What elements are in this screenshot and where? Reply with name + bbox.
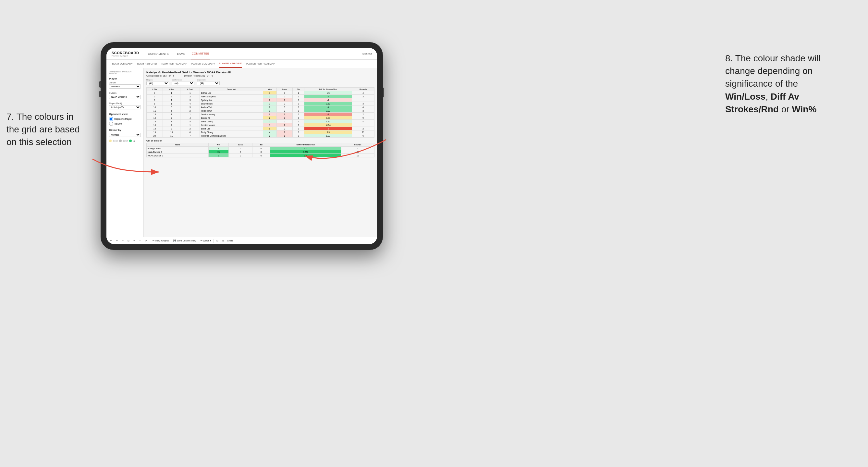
undo2-btn[interactable]: ↩ [115, 239, 119, 242]
cell-diff: -5 [304, 127, 352, 130]
redo-btn[interactable]: ↪ [121, 239, 125, 242]
cell-conf: 1 [180, 113, 200, 116]
cell-div: 15 [147, 120, 163, 123]
cell-div: 6 [147, 98, 163, 102]
nav-committee[interactable]: COMMITTEE [191, 48, 210, 59]
cell-opponent: Jessica Mason [200, 123, 263, 127]
sub-nav: TEAM SUMMARY TEAM H2H GRID TEAM H2H HEAT… [106, 60, 377, 68]
save-custom-view-btn[interactable]: 💾 Save Custom View [173, 240, 196, 242]
cut-btn[interactable]: ✂ [132, 239, 136, 242]
cell-loss: 1 [276, 98, 292, 102]
logo-text: SCOREBOARD [112, 51, 139, 55]
cell-tie: 0 [292, 109, 304, 113]
cell-win: 2 [263, 116, 276, 120]
cell-rounds: 2 [352, 127, 374, 130]
cell-div: 16 [147, 123, 163, 127]
grid-btn[interactable]: ⊞ [221, 239, 225, 242]
cell-tie: 0 [252, 154, 270, 157]
table-row: 10 6 3 Andrea York 2 0 0 4 4 [147, 105, 374, 109]
cell-loss: 0 [229, 154, 252, 157]
last-updated: Last Updated: 27/03/2024 16:55:38 [109, 71, 141, 75]
table-row: 3 1 1 Esther Lee 1 0 1 1.5 4 [147, 91, 374, 95]
sub-nav-team-summary[interactable]: TEAM SUMMARY [112, 60, 133, 68]
out-of-division-header: Out of division [146, 139, 374, 142]
radio-top100[interactable]: Top 100 [109, 122, 141, 126]
annotation-left: 7. The colours in the grid are based on … [6, 110, 80, 149]
cell-rounds: 30 [341, 150, 374, 154]
colour-by: Colour by Win/loss [109, 128, 141, 137]
sub-nav-player-h2h-grid[interactable]: PLAYER H2H GRID [219, 60, 242, 68]
out-div-table: Team Win Loss Tie Diff Av Strokes/Rnd Ro… [146, 143, 374, 157]
cell-opponent: Andrea York [200, 105, 263, 109]
region-select[interactable]: (All) [146, 81, 169, 85]
colour-by-label: Colour by [109, 128, 141, 131]
cell-reg: 1 [162, 102, 180, 105]
cell-rounds: 4 [352, 120, 374, 123]
cell-conf: 1 [180, 123, 200, 127]
cell-opponent: Eunice Yi [200, 116, 263, 120]
cell-win: 0 [263, 98, 276, 102]
cell-opponent: Sharon Mun [200, 102, 263, 105]
layout-btn[interactable]: ⊡ [215, 239, 219, 242]
cell-diff: 4 [304, 105, 352, 109]
share-btn[interactable]: Share [227, 240, 233, 242]
cell-diff: 4.5 [270, 147, 341, 150]
nav-teams[interactable]: TEAMS [175, 48, 186, 59]
cell-rounds [352, 98, 374, 102]
cell-win: 1 [263, 91, 276, 95]
tablet-frame: SCOREBOARD Powered by clippd TOURNAMENTS… [101, 42, 383, 250]
cell-conf: 1 [180, 91, 200, 95]
cell-loss: 0 [229, 150, 252, 154]
cell-div: 9 [147, 102, 163, 105]
cell-reg: 1 [162, 91, 180, 95]
table-row: 5 2 2 Alexis Sudijanto 1 0 0 4 3 [147, 95, 374, 98]
colour-by-select[interactable]: Win/loss [109, 133, 141, 137]
sub-nav-player-summary[interactable]: PLAYER SUMMARY [191, 60, 215, 68]
opponent-filter-col: Opponent (All) [197, 79, 220, 85]
out-col-tie: Tie [252, 143, 270, 147]
grid-records: Overall Record: 353 - 34 - 6 Division Re… [146, 75, 374, 77]
view-original-btn[interactable]: 👁 View: Original [152, 240, 169, 242]
col-rounds: Rounds [352, 88, 374, 91]
cell-loss: 0 [276, 91, 292, 95]
cell-loss: 0 [276, 105, 292, 109]
sub-nav-team-h2h-grid[interactable]: TEAM H2H GRID [136, 60, 157, 68]
cell-loss: 0 [276, 95, 292, 98]
divider4 [213, 239, 214, 243]
conference-select[interactable]: (All) [172, 81, 194, 85]
player-section-title: Player [109, 77, 141, 80]
cell-diff: 9.267 [270, 150, 341, 154]
col-conf: # Conf [180, 88, 200, 91]
col-div: # Div [147, 88, 163, 91]
select-btn[interactable]: ⊡ [127, 239, 130, 242]
cell-reg: 2 [162, 127, 180, 130]
cell-diff: -1 [304, 98, 352, 102]
sub-nav-team-h2h-heatmap[interactable]: TEAM H2H HEATMAP [161, 60, 187, 68]
cell-tie: 0 [292, 116, 304, 120]
col-diff: Diff Av Strokes/Rnd [304, 88, 352, 91]
col-loss: Loss [276, 88, 292, 91]
gender-select[interactable]: Women's [109, 84, 141, 89]
cell-tie: 0 [252, 150, 270, 154]
main-content: Last Updated: 27/03/2024 16:55:38 Player… [106, 68, 377, 237]
watch-btn[interactable]: 👁 Watch ▾ [200, 240, 211, 242]
player-rank-select[interactable]: 8. Katelyn Vo [109, 105, 141, 110]
out-col-rounds: Rounds [341, 143, 374, 147]
cell-tie: 0 [292, 98, 304, 102]
sign-out-link[interactable]: Sign out [363, 52, 372, 55]
divider1 [150, 239, 150, 243]
radio-opponents-played[interactable]: Opponents Played [109, 117, 141, 121]
cell-rounds: 11 [352, 130, 374, 134]
opponent-select[interactable]: (All) [197, 81, 220, 85]
refresh-btn[interactable]: ⟳ [144, 239, 148, 242]
sub-nav-player-h2h-heatmap[interactable]: PLAYER H2H HEATMAP [246, 60, 275, 68]
undo-btn[interactable]: ↩ [109, 239, 113, 242]
nav-tournaments[interactable]: TOURNAMENTS [145, 48, 169, 59]
cell-div: 11 [147, 109, 163, 113]
table-row: 14 7 4 Eunice Yi 2 2 0 0.38 9 [147, 116, 374, 120]
division-select[interactable]: NCAA Division III [109, 95, 141, 99]
region-filter-col: Region (All) [146, 79, 169, 85]
player-rank-filter: Player (Rank) 8. Katelyn Vo [109, 102, 141, 110]
cell-rounds: 4 [352, 91, 374, 95]
more-btn[interactable]: ··· [138, 239, 142, 242]
